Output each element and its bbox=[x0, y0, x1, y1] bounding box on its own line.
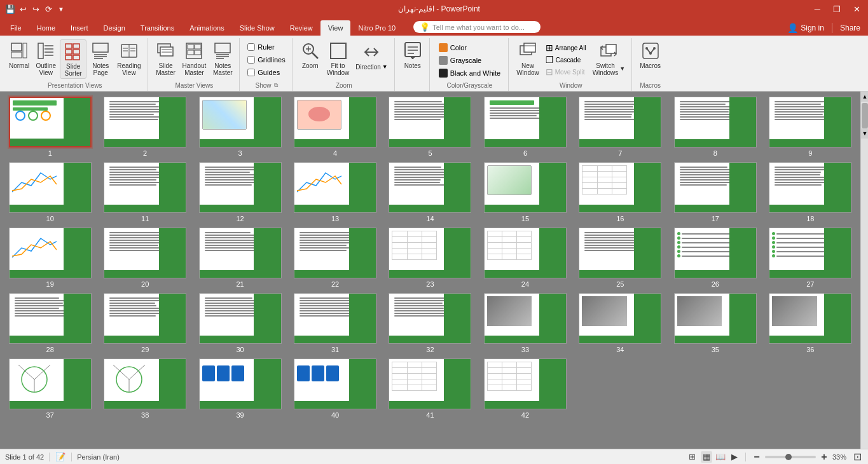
slide-sorter-area[interactable]: 1 2 3 4 5 bbox=[0, 92, 860, 449]
slide-item-35[interactable]: 35 bbox=[670, 293, 760, 353]
normal-view-status-icon[interactable]: ⊞ bbox=[687, 451, 698, 463]
slide-item-19[interactable]: 19 bbox=[5, 228, 95, 288]
slide-item-30[interactable]: 30 bbox=[195, 293, 285, 353]
notes-button[interactable]: Notes bbox=[400, 39, 425, 71]
notes-master-button[interactable]: NotesMaster bbox=[210, 39, 235, 78]
slide-item-12[interactable]: 12 bbox=[195, 162, 285, 222]
slide-item-26[interactable]: 26 bbox=[670, 228, 760, 288]
restore-button[interactable]: ❐ bbox=[830, 4, 843, 14]
tab-nitro[interactable]: Nitro Pro 10 bbox=[350, 20, 403, 36]
slide-item-32[interactable]: 32 bbox=[385, 293, 475, 353]
tab-file[interactable]: File bbox=[3, 20, 29, 36]
outline-view-button[interactable]: OutlineView bbox=[33, 39, 59, 78]
vertical-scrollbar[interactable]: ▲ ▼ bbox=[860, 92, 868, 449]
slide-item-38[interactable]: 38 bbox=[100, 358, 189, 419]
slide-item-25[interactable]: 25 bbox=[575, 228, 665, 288]
fit-to-window-button[interactable]: Fit toWindow bbox=[324, 39, 352, 78]
slide-item-11[interactable]: 11 bbox=[100, 162, 189, 222]
slide-item-3[interactable]: 3 bbox=[195, 97, 285, 157]
normal-view-button[interactable]: Normal bbox=[6, 39, 32, 71]
reading-view-button[interactable]: ReadingView bbox=[114, 39, 143, 78]
fit-slide-status-icon[interactable]: ⊡ bbox=[851, 451, 863, 463]
slide-master-button[interactable]: SlideMaster bbox=[153, 39, 179, 78]
ruler-checkbox[interactable]: Ruler bbox=[245, 42, 287, 52]
tab-slideshow[interactable]: Slide Show bbox=[232, 20, 282, 36]
grayscale-button[interactable]: Grayscale bbox=[435, 55, 504, 66]
color-button[interactable]: Color bbox=[435, 42, 504, 53]
slide-item-16[interactable]: 16 bbox=[575, 162, 665, 222]
minimize-button[interactable]: ─ bbox=[812, 4, 823, 14]
scrollbar-down-arrow[interactable]: ▼ bbox=[861, 128, 868, 139]
scrollbar-thumb[interactable] bbox=[862, 103, 868, 128]
handout-master-button[interactable]: HandoutMaster bbox=[180, 39, 209, 78]
slideshow-status-icon[interactable]: ▶ bbox=[729, 451, 740, 463]
switch-windows-button[interactable]: SwitchWindows ▼ bbox=[590, 39, 628, 78]
tab-design[interactable]: Design bbox=[96, 20, 133, 36]
slide-item-4[interactable]: 4 bbox=[290, 97, 380, 157]
share-button[interactable]: Share bbox=[840, 24, 860, 32]
slide-item-27[interactable]: 27 bbox=[766, 228, 855, 288]
slide-item-33[interactable]: 33 bbox=[480, 293, 570, 353]
zoom-out-icon[interactable]: − bbox=[751, 451, 762, 463]
show-dialog-icon[interactable]: ⧉ bbox=[274, 82, 278, 89]
slide-item-34[interactable]: 34 bbox=[575, 293, 665, 353]
tab-view[interactable]: View bbox=[320, 20, 351, 36]
slide-sorter-status-icon[interactable]: ▦ bbox=[701, 451, 712, 463]
tab-insert[interactable]: Insert bbox=[63, 20, 96, 36]
slide-item-39[interactable]: 39 bbox=[195, 358, 285, 419]
guides-checkbox[interactable]: Guides bbox=[245, 67, 287, 78]
replay-icon[interactable]: ⟳ bbox=[43, 4, 53, 14]
slide-item-22[interactable]: 22 bbox=[290, 228, 380, 288]
slide-item-10[interactable]: 10 bbox=[5, 162, 95, 222]
slide-item-31[interactable]: 31 bbox=[290, 293, 380, 353]
tab-transitions[interactable]: Transitions bbox=[133, 20, 182, 36]
notes-page-button[interactable]: NotesPage bbox=[88, 39, 113, 78]
tab-animations[interactable]: Animations bbox=[182, 20, 231, 36]
slide-item-9[interactable]: 9 bbox=[766, 97, 855, 157]
slide-item-36[interactable]: 36 bbox=[766, 293, 855, 353]
tab-review[interactable]: Review bbox=[282, 20, 320, 36]
zoom-slider[interactable] bbox=[765, 456, 816, 458]
slide-item-1[interactable]: 1 bbox=[5, 97, 95, 157]
slide-item-15[interactable]: 15 bbox=[480, 162, 570, 222]
slide-item-24[interactable]: 24 bbox=[480, 228, 570, 288]
slide-item-7[interactable]: 7 bbox=[575, 97, 665, 157]
qat-dropdown-icon[interactable]: ▼ bbox=[56, 4, 66, 14]
slide-item-8[interactable]: 8 bbox=[670, 97, 760, 157]
tab-home[interactable]: Home bbox=[29, 20, 63, 36]
scrollbar-up-arrow[interactable]: ▲ bbox=[861, 92, 868, 102]
redo-icon[interactable]: ↪ bbox=[31, 4, 41, 14]
slide-item-37[interactable]: 37 bbox=[5, 358, 95, 419]
slide-item-2[interactable]: 2 bbox=[100, 97, 189, 157]
slide-item-41[interactable]: 41 bbox=[385, 358, 475, 419]
save-icon[interactable]: 💾 bbox=[5, 4, 15, 14]
zoom-button[interactable]: Zoom bbox=[298, 39, 323, 71]
tell-me-input[interactable]: 💡 Tell me what you want to do... bbox=[413, 21, 541, 33]
notes-status-icon[interactable]: 📝 bbox=[55, 451, 66, 463]
slide-item-17[interactable]: 17 bbox=[670, 162, 760, 222]
black-white-button[interactable]: Black and White bbox=[435, 67, 504, 79]
slide-item-20[interactable]: 20 bbox=[100, 228, 189, 288]
gridlines-checkbox[interactable]: Gridlines bbox=[245, 55, 287, 65]
slide-item-23[interactable]: 23 bbox=[385, 228, 475, 288]
slide-item-21[interactable]: 21 bbox=[195, 228, 285, 288]
slide-sorter-button[interactable]: SlideSorter bbox=[60, 39, 86, 79]
signin-button[interactable]: 👤 Sign in bbox=[787, 23, 824, 33]
cascade-button[interactable]: ❐ Cascade bbox=[543, 54, 589, 65]
zoom-in-icon[interactable]: + bbox=[818, 451, 830, 463]
slide-item-42[interactable]: 42 bbox=[480, 358, 570, 419]
direction-button[interactable]: Direction ▼ bbox=[353, 41, 390, 72]
slide-item-29[interactable]: 29 bbox=[100, 293, 189, 353]
slide-item-18[interactable]: 18 bbox=[766, 162, 855, 222]
slide-item-5[interactable]: 5 bbox=[385, 97, 475, 157]
slide-item-14[interactable]: 14 bbox=[385, 162, 475, 222]
macros-button[interactable]: Macros bbox=[637, 39, 663, 71]
zoom-slider-thumb[interactable] bbox=[785, 454, 792, 460]
close-button[interactable]: ✕ bbox=[851, 4, 863, 14]
undo-icon[interactable]: ↩ bbox=[18, 4, 28, 14]
slide-item-40[interactable]: 40 bbox=[290, 358, 380, 419]
arrange-all-button[interactable]: ⊞ Arrange All bbox=[543, 42, 589, 53]
reading-view-status-icon[interactable]: 📖 bbox=[715, 451, 726, 463]
slide-item-13[interactable]: 13 bbox=[290, 162, 380, 222]
slide-item-28[interactable]: 28 bbox=[5, 293, 95, 353]
